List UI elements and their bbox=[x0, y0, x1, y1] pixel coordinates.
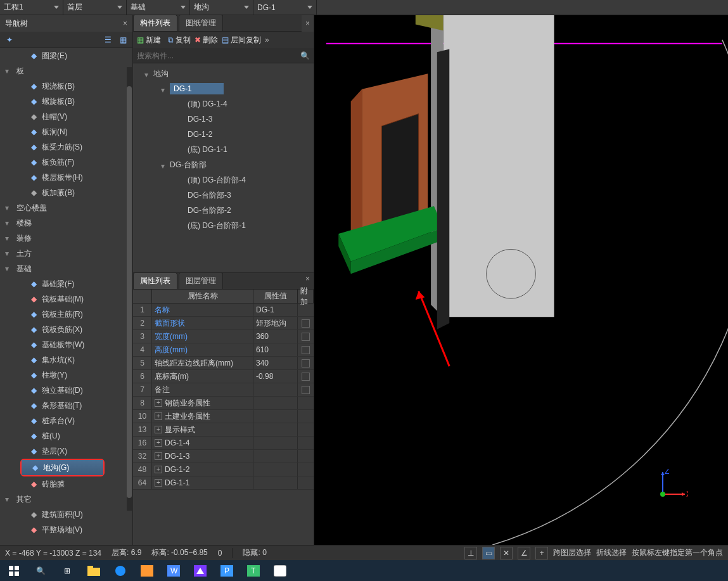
tab-component-list[interactable]: 构件列表 bbox=[133, 15, 177, 31]
tree-item[interactable]: ▾DG-1 bbox=[133, 81, 314, 96]
3d-viewport[interactable]: X Z bbox=[314, 15, 728, 545]
floor-copy-button[interactable]: ▤层间复制 bbox=[222, 35, 261, 46]
tree-item[interactable]: DG-台阶部-2 bbox=[133, 203, 314, 218]
checkbox[interactable] bbox=[302, 373, 310, 381]
app5-icon[interactable]: T bbox=[245, 564, 262, 578]
status-btn-2[interactable]: ▭ bbox=[482, 547, 495, 559]
search-input[interactable] bbox=[137, 51, 300, 60]
nav-item[interactable]: ▾楼梯 bbox=[0, 215, 132, 231]
search-task-icon[interactable]: 🔍 bbox=[32, 564, 49, 578]
tree-item[interactable]: ▾地沟 bbox=[133, 66, 314, 81]
tab-properties[interactable]: 属性列表 bbox=[133, 272, 177, 289]
property-row[interactable]: 48+DG-1-2 bbox=[133, 463, 314, 476]
nav-tool-icon[interactable]: ✦ bbox=[4, 34, 15, 46]
app2-icon[interactable]: W bbox=[165, 564, 182, 578]
nav-item[interactable]: ◆平整场地(V) bbox=[0, 522, 132, 537]
nav-item[interactable]: ◆圈梁(E) bbox=[0, 48, 132, 63]
nav-item[interactable]: ◆条形基础(T) bbox=[0, 398, 132, 413]
tree-item[interactable]: (底) DG-1-1 bbox=[133, 142, 314, 157]
status-btn-5[interactable]: + bbox=[535, 547, 548, 559]
status-btn-3[interactable]: ✕ bbox=[500, 547, 513, 559]
app4-icon[interactable]: P bbox=[218, 564, 236, 578]
taskbar[interactable]: 🔍 ⊞ W P T bbox=[0, 560, 728, 581]
property-row[interactable]: 10+土建业务属性 bbox=[133, 410, 314, 423]
nav-item[interactable]: ◆板负筋(F) bbox=[0, 155, 132, 170]
property-row[interactable]: 2截面形状矩形地沟 bbox=[133, 317, 314, 330]
nav-item[interactable]: ▾装修 bbox=[0, 231, 132, 246]
nav-item[interactable]: ◆板加腋(B) bbox=[0, 185, 132, 200]
nav-item[interactable]: ◆筏板主筋(R) bbox=[0, 307, 132, 322]
delete-button[interactable]: ✖删除 bbox=[195, 35, 218, 46]
tree-item[interactable]: (顶) DG-台阶部-4 bbox=[133, 172, 314, 188]
combo-instance[interactable]: DG-1 bbox=[253, 0, 317, 15]
tab-layer-manage[interactable]: 图层管理 bbox=[179, 272, 223, 289]
checkbox[interactable] bbox=[302, 319, 310, 328]
expand-icon[interactable]: + bbox=[155, 452, 162, 460]
checkbox[interactable] bbox=[302, 346, 310, 354]
nav-item[interactable]: ◆桩(U) bbox=[0, 428, 132, 444]
component-tree[interactable]: ▾地沟▾DG-1(顶) DG-1-4DG-1-3DG-1-2(底) DG-1-1… bbox=[133, 63, 314, 272]
more-icon[interactable]: » bbox=[265, 35, 269, 44]
property-row[interactable]: 16+DG-1-4 bbox=[133, 437, 314, 450]
property-row[interactable]: 3宽度(mm)360 bbox=[133, 330, 314, 343]
nav-item[interactable]: ◆螺旋板(B) bbox=[0, 94, 132, 109]
view-list-icon[interactable]: ☰ bbox=[102, 34, 113, 46]
nav-item[interactable]: ◆楼层板带(H) bbox=[0, 170, 132, 185]
close-icon[interactable]: × bbox=[305, 274, 310, 283]
checkbox[interactable] bbox=[302, 359, 310, 367]
nav-item[interactable]: ▾板 bbox=[0, 63, 132, 79]
edge-icon[interactable] bbox=[112, 564, 129, 578]
nav-item[interactable]: ◆独立基础(D) bbox=[0, 383, 132, 398]
tree-item[interactable]: DG-台阶部-3 bbox=[133, 188, 314, 203]
expand-icon[interactable]: + bbox=[155, 412, 162, 420]
app1-icon[interactable] bbox=[138, 564, 156, 578]
combo-floor[interactable]: 首层 bbox=[63, 0, 127, 15]
tab-drawing-manage[interactable]: 图纸管理 bbox=[179, 15, 223, 31]
close-icon[interactable]: × bbox=[123, 19, 127, 28]
nav-item[interactable]: ◆集水坑(K) bbox=[0, 352, 132, 367]
nav-item[interactable]: ◆桩承台(V) bbox=[0, 413, 132, 428]
start-icon[interactable] bbox=[5, 564, 23, 578]
property-row[interactable]: 32+DG-1-3 bbox=[133, 450, 314, 463]
nav-item[interactable]: ▾基础 bbox=[0, 261, 132, 276]
nav-item[interactable]: ◆基础板带(W) bbox=[0, 337, 132, 352]
app6-icon[interactable] bbox=[271, 564, 289, 578]
tree-item[interactable]: (顶) DG-1-4 bbox=[133, 96, 314, 112]
nav-item[interactable]: ◆筏板负筋(X) bbox=[0, 322, 132, 337]
checkbox[interactable] bbox=[302, 386, 310, 394]
nav-item[interactable]: ◆垫层(X) bbox=[0, 444, 132, 459]
taskview-icon[interactable]: ⊞ bbox=[58, 564, 76, 578]
nav-item[interactable]: ◆建筑面积(U) bbox=[0, 507, 132, 522]
property-row[interactable]: 64+DG-1-1 bbox=[133, 476, 314, 490]
expand-icon[interactable]: + bbox=[155, 439, 162, 447]
nav-item[interactable]: ◆现浇板(B) bbox=[0, 79, 132, 94]
nav-item[interactable]: ◆筏板基础(M) bbox=[0, 291, 132, 307]
app3-icon[interactable] bbox=[191, 564, 209, 578]
cross-layer-select[interactable]: 跨图层选择 bbox=[553, 547, 591, 558]
nav-item[interactable]: ▾其它 bbox=[0, 492, 132, 507]
nav-item[interactable]: ◆柱墩(Y) bbox=[0, 367, 132, 383]
combo-project[interactable]: 工程1 bbox=[0, 0, 63, 15]
checkbox[interactable] bbox=[302, 333, 310, 341]
combo-category[interactable]: 基础 bbox=[127, 0, 190, 15]
search-icon[interactable]: 🔍 bbox=[300, 51, 310, 60]
property-row[interactable]: 5轴线距左边线距离(mm)340 bbox=[133, 357, 314, 370]
property-row[interactable]: 1名称DG-1 bbox=[133, 303, 314, 317]
nav-item[interactable]: ◆板受力筋(S) bbox=[0, 139, 132, 155]
nav-item[interactable]: ▾土方 bbox=[0, 246, 132, 261]
nav-item[interactable]: ◆柱帽(V) bbox=[0, 109, 132, 124]
nav-item[interactable]: ▾空心楼盖 bbox=[0, 200, 132, 215]
tree-item[interactable]: ▾DG-台阶部 bbox=[133, 157, 314, 172]
property-row[interactable]: 7备注 bbox=[133, 383, 314, 397]
new-button[interactable]: ▦新建 bbox=[137, 35, 164, 46]
expand-icon[interactable]: + bbox=[155, 426, 162, 433]
status-btn-1[interactable]: ⊥ bbox=[464, 547, 477, 559]
scrollbar[interactable] bbox=[127, 67, 132, 511]
property-grid[interactable]: 1名称DG-12截面形状矩形地沟3宽度(mm)3604高度(mm)6105轴线距… bbox=[133, 303, 314, 545]
combo-type[interactable]: 地沟 bbox=[190, 0, 253, 15]
nav-item[interactable]: ◆基础梁(F) bbox=[0, 276, 132, 291]
polyline-select[interactable]: 折线选择 bbox=[596, 547, 627, 558]
explorer-icon[interactable] bbox=[85, 564, 103, 578]
expand-icon[interactable]: + bbox=[155, 466, 162, 473]
property-row[interactable]: 4高度(mm)610 bbox=[133, 343, 314, 357]
